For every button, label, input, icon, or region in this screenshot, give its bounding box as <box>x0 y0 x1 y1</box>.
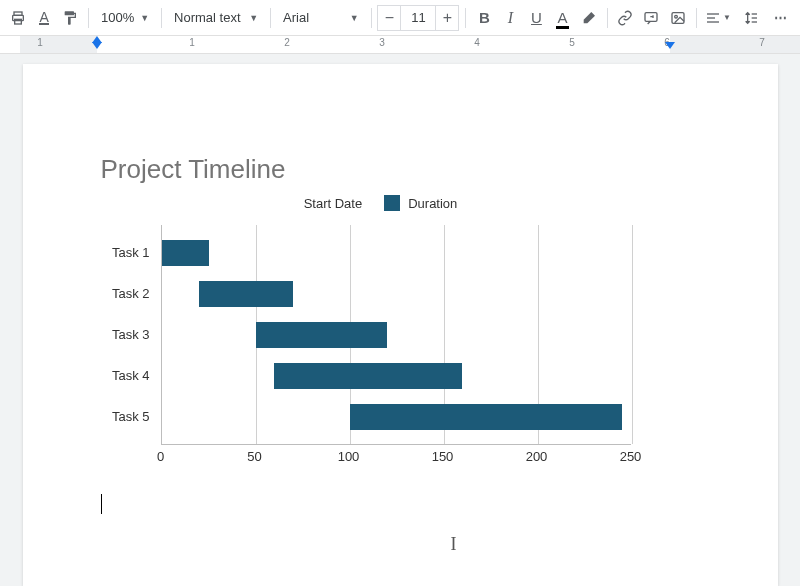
insert-image-button[interactable] <box>666 4 690 32</box>
font-size-decrease-button[interactable]: − <box>377 5 401 31</box>
ruler-number: 7 <box>759 37 765 48</box>
separator <box>371 8 372 28</box>
zoom-select[interactable]: 100% ▼ <box>95 5 155 31</box>
ruler-number: 5 <box>569 37 575 48</box>
separator <box>270 8 271 28</box>
chart-bar-duration <box>162 240 209 266</box>
chart-y-label: Task 4 <box>112 363 162 389</box>
paragraph-style-select[interactable]: Normal text ▼ <box>168 5 264 31</box>
bold-button[interactable]: B <box>472 4 496 32</box>
chart-x-tick: 150 <box>432 449 454 464</box>
svg-rect-4 <box>672 12 684 23</box>
chart-x-tick: 50 <box>247 449 261 464</box>
left-indent-marker[interactable] <box>92 42 102 49</box>
paint-format-button[interactable] <box>58 4 82 32</box>
separator <box>465 8 466 28</box>
chevron-down-icon: ▼ <box>723 13 731 22</box>
chart-bar-duration <box>350 404 623 430</box>
chart-title: Project Timeline <box>101 154 661 185</box>
chart-row: Task 4 <box>162 363 631 389</box>
chart-y-label: Task 3 <box>112 322 162 348</box>
insert-link-button[interactable] <box>613 4 637 32</box>
chart-legend: Start Date Duration <box>101 195 661 211</box>
ruler-number: 1 <box>189 37 195 48</box>
chart-plot-area: Task 1Task 2Task 3Task 4Task 5 <box>161 225 631 445</box>
horizontal-ruler[interactable]: 1 1 2 3 4 5 6 7 <box>0 36 800 54</box>
text-color-button[interactable]: A <box>550 4 574 32</box>
document-area: Project Timeline Start Date Duration Tas… <box>0 54 800 586</box>
chart-bar-duration <box>199 281 293 307</box>
legend-item-duration: Duration <box>384 195 457 211</box>
chevron-down-icon: ▼ <box>140 13 149 23</box>
spellcheck-button[interactable]: A <box>32 4 56 32</box>
separator <box>696 8 697 28</box>
ruler-number: 4 <box>474 37 480 48</box>
right-indent-marker[interactable] <box>665 42 675 49</box>
ruler-margin-right <box>670 36 800 53</box>
chart-row: Task 2 <box>162 281 631 307</box>
separator <box>88 8 89 28</box>
line-spacing-button[interactable] <box>735 4 766 32</box>
paragraph-style-value: Normal text <box>174 10 240 25</box>
legend-label: Duration <box>408 196 457 211</box>
chart-x-tick: 100 <box>338 449 360 464</box>
align-button[interactable]: ▼ <box>702 4 733 32</box>
ruler-number: 2 <box>284 37 290 48</box>
legend-swatch-duration <box>384 195 400 211</box>
chart-row: Task 5 <box>162 404 631 430</box>
font-size-increase-button[interactable]: + <box>435 5 459 31</box>
legend-label: Start Date <box>304 196 363 211</box>
highlight-color-button[interactable] <box>577 4 601 32</box>
chevron-down-icon: ▼ <box>350 13 359 23</box>
page[interactable]: Project Timeline Start Date Duration Tas… <box>23 64 778 586</box>
underline-button[interactable]: U <box>524 4 548 32</box>
chart-row: Task 1 <box>162 240 631 266</box>
separator <box>161 8 162 28</box>
chart-x-tick: 0 <box>157 449 164 464</box>
chart-x-axis: 050100150200250 <box>161 445 631 465</box>
svg-point-5 <box>674 15 677 18</box>
text-caret <box>101 494 102 514</box>
separator <box>607 8 608 28</box>
chart-x-tick: 200 <box>526 449 548 464</box>
font-size-value[interactable]: 11 <box>401 5 435 31</box>
chart-gridline <box>632 225 633 444</box>
insert-comment-button[interactable] <box>639 4 663 32</box>
italic-button[interactable]: I <box>498 4 522 32</box>
chevron-down-icon: ▼ <box>249 13 258 23</box>
ruler-margin-left <box>20 36 97 53</box>
toolbar: A 100% ▼ Normal text ▼ Arial ▼ − 11 + B … <box>0 0 800 36</box>
chart-row: Task 3 <box>162 322 631 348</box>
chart-bar-duration <box>256 322 388 348</box>
font-family-value: Arial <box>283 10 309 25</box>
cursor-ibeam-icon: I <box>451 534 457 555</box>
legend-item-start-date: Start Date <box>304 196 363 211</box>
ruler-number: 1 <box>37 37 43 48</box>
chart-y-label: Task 2 <box>112 281 162 307</box>
chart-bar-duration <box>274 363 462 389</box>
print-button[interactable] <box>6 4 30 32</box>
chart-y-label: Task 5 <box>112 404 162 430</box>
chart-x-tick: 250 <box>620 449 642 464</box>
more-tools-button[interactable]: ⋯ <box>768 4 794 32</box>
font-size-stepper: − 11 + <box>377 5 459 31</box>
zoom-value: 100% <box>101 10 134 25</box>
chart[interactable]: Project Timeline Start Date Duration Tas… <box>101 154 661 465</box>
font-family-select[interactable]: Arial ▼ <box>277 5 365 31</box>
chart-y-label: Task 1 <box>112 240 162 266</box>
ruler-number: 3 <box>379 37 385 48</box>
